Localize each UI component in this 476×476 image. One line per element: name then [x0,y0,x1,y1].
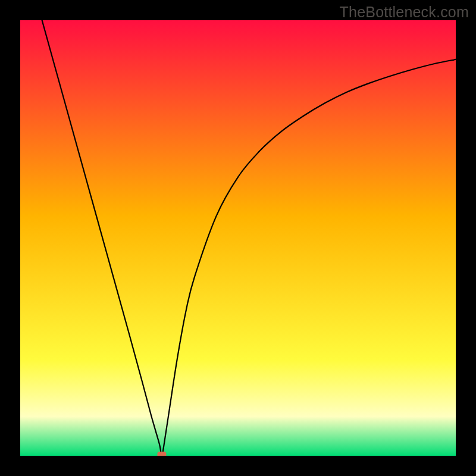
chart-outer-frame: TheBottleneck.com [0,0,476,476]
gradient-background [20,20,456,456]
minimum-marker [157,452,166,456]
bottleneck-chart [20,20,456,456]
watermark-text: TheBottleneck.com [340,4,469,21]
